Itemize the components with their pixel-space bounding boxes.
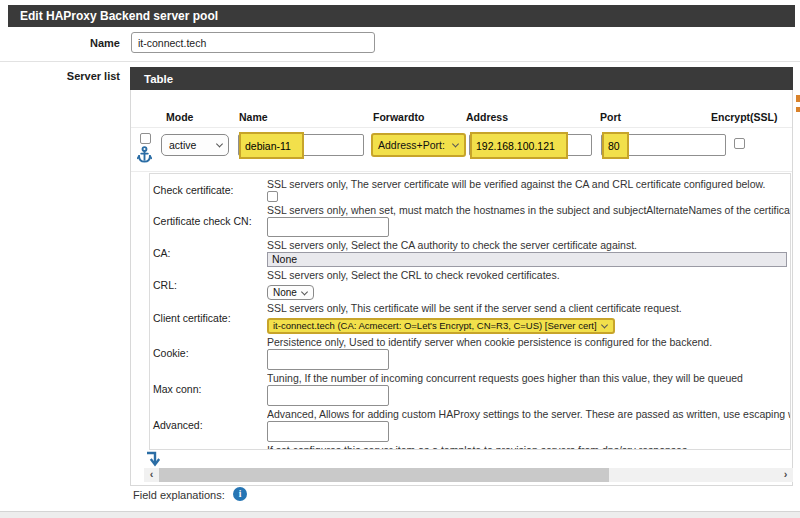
field-description: Advanced, Allows for adding custom HAPro…	[267, 408, 790, 420]
table-divider	[131, 127, 792, 128]
field-label: Max conn:	[150, 383, 267, 395]
chevron-down-icon	[301, 288, 308, 295]
forwardto-select-value: Address+Port:	[378, 139, 445, 151]
haproxy-backend-edit-page: Edit HAProxy Backend server pool Name Se…	[0, 0, 800, 518]
scrollbar-thumb[interactable]	[159, 468, 609, 482]
server-detail-panel: Check certificate: SSL servers only, The…	[149, 173, 791, 450]
field-description: SSL servers only, when set, must match t…	[267, 204, 790, 216]
field-description: SSL servers only, This certificate will …	[267, 302, 790, 314]
field-description: SSL servers only, Select the CA authorit…	[267, 239, 790, 251]
detail-row-advanced: Advanced: Advanced, Allows for adding cu…	[150, 408, 790, 442]
col-header-forwardto: Forwardto	[373, 111, 424, 123]
scroll-left-icon[interactable]: ‹	[144, 468, 159, 482]
max-conn-input[interactable]	[267, 385, 389, 406]
detail-row-certificate-check-cn: Certificate check CN: SSL servers only, …	[150, 204, 790, 237]
server-table: Table Mode Name Forwardto Address Port E…	[130, 67, 793, 486]
clipped-column-fragment	[796, 107, 800, 112]
chevron-down-icon	[216, 140, 223, 147]
highlighted-value: 192.168.100.121	[470, 132, 568, 159]
advanced-input[interactable]	[267, 421, 389, 442]
field-description: SSL servers only, The server certificate…	[267, 178, 790, 190]
row-select-checkbox[interactable]	[140, 133, 151, 144]
mode-select[interactable]: active	[161, 134, 229, 156]
server-port-input[interactable]: 80	[601, 134, 726, 156]
col-header-port: Port	[600, 111, 621, 123]
detail-row-cookie: Cookie: Persistence only, Used to identi…	[150, 336, 790, 370]
info-icon[interactable]: i	[233, 487, 247, 501]
section-divider	[0, 61, 800, 62]
page-title: Edit HAProxy Backend server pool	[8, 5, 795, 27]
encrypt-ssl-checkbox[interactable]	[734, 138, 745, 149]
scrollbar-track[interactable]	[159, 468, 778, 482]
ca-listbox[interactable]: None	[267, 252, 787, 267]
client-certificate-select[interactable]: it-connect.tech (CA: Acmecert: O=Let's E…	[267, 318, 615, 334]
detail-row-ca: CA: SSL servers only, Select the CA auth…	[150, 239, 790, 267]
field-label: Client certificate:	[150, 312, 267, 324]
field-label: Check certificate:	[150, 184, 267, 196]
table-header-title: Table	[144, 73, 173, 85]
anchor-icon[interactable]	[137, 146, 152, 167]
field-label: CA:	[150, 247, 267, 259]
col-header-name: Name	[239, 111, 268, 123]
chevron-down-icon	[452, 140, 459, 147]
highlighted-value: 80	[602, 132, 629, 159]
chevron-down-icon	[601, 321, 608, 328]
field-description: Persistence only, Used to identify serve…	[267, 336, 790, 348]
page-title-text: Edit HAProxy Backend server pool	[20, 9, 218, 23]
detail-row-max-conn: Max conn: Tuning, If the number of incom…	[150, 372, 790, 406]
certificate-check-cn-input[interactable]	[267, 217, 389, 237]
server-address-input[interactable]: 192.168.100.121	[469, 134, 592, 156]
table-divider	[131, 171, 792, 172]
col-header-address: Address	[466, 111, 508, 123]
detail-row-client-certificate: Client certificate: SSL servers only, Th…	[150, 302, 790, 334]
field-label: Certificate check CN:	[150, 215, 267, 227]
footer-bar	[0, 511, 800, 518]
detail-row-crl: CRL: SSL servers only, Select the CRL to…	[150, 269, 790, 300]
clipped-column-fragment	[796, 95, 800, 102]
detail-row-check-certificate: Check certificate: SSL servers only, The…	[150, 178, 790, 202]
crl-select[interactable]: None	[267, 285, 314, 300]
check-certificate-checkbox[interactable]	[267, 191, 278, 202]
detail-row-dns-template-count: DNS template count: If set configures th…	[150, 444, 790, 451]
mode-select-value: active	[169, 139, 196, 151]
horizontal-scrollbar[interactable]: ‹ ›	[144, 468, 793, 482]
table-header-bar: Table	[130, 67, 793, 90]
col-header-mode: Mode	[166, 111, 193, 123]
ca-selected-option: None	[272, 253, 297, 265]
forwardto-select[interactable]: Address+Port:	[371, 133, 466, 157]
field-label: Advanced:	[150, 419, 267, 431]
field-description: If set configures this server item as a …	[267, 444, 790, 451]
crl-select-value: None	[273, 287, 297, 298]
server-list-label: Server list	[0, 70, 120, 82]
scroll-right-icon[interactable]: ›	[778, 468, 793, 482]
name-label: Name	[0, 37, 120, 49]
server-name-input[interactable]: debian-11	[238, 134, 364, 156]
field-label: CRL:	[150, 279, 267, 291]
field-description: SSL servers only, Select the CRL to chec…	[267, 269, 790, 281]
field-description: Tuning, If the number of incoming concur…	[267, 372, 790, 384]
cookie-input[interactable]	[267, 349, 389, 370]
col-header-encrypt-ssl: Encrypt(SSL)	[711, 111, 778, 123]
field-label: Cookie:	[150, 347, 267, 359]
client-certificate-select-value: it-connect.tech (CA: Acmecert: O=Let's E…	[273, 320, 597, 331]
field-explanations-label: Field explanations:	[133, 489, 225, 501]
backend-name-input[interactable]	[131, 32, 375, 53]
highlighted-value: debian-11	[239, 132, 304, 159]
